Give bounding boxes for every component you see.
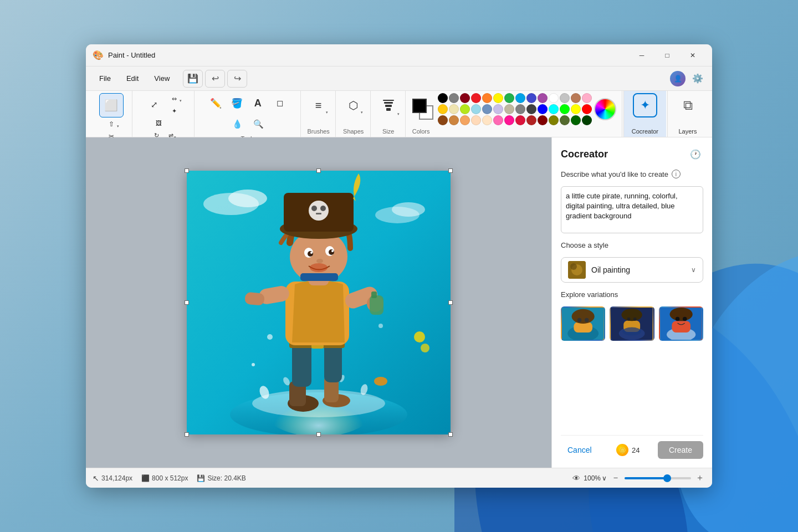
color-swatch[interactable] — [482, 93, 492, 103]
crop-button[interactable]: ⤢ — [144, 95, 164, 115]
layers-toolbar-button[interactable]: ⧉ Layers — [667, 91, 708, 137]
text-button[interactable]: A — [248, 93, 268, 113]
color-swatch[interactable] — [571, 93, 581, 103]
color-swatch[interactable] — [438, 104, 448, 114]
color-swatch[interactable] — [460, 104, 470, 114]
redo-button[interactable]: ↪ — [227, 70, 247, 88]
color-swatch[interactable] — [471, 104, 481, 114]
handle-bottom-left[interactable] — [185, 432, 189, 437]
color-swatch[interactable] — [515, 104, 525, 114]
foreground-color-box[interactable] — [412, 99, 427, 113]
zoom-in-button[interactable]: ＋ — [694, 473, 705, 484]
color-swatch[interactable] — [526, 115, 536, 125]
color-swatch[interactable] — [504, 115, 514, 125]
color-swatch[interactable] — [493, 93, 503, 103]
color-swatch[interactable] — [526, 104, 536, 114]
info-icon[interactable]: i — [672, 170, 681, 178]
close-button[interactable]: ✕ — [680, 47, 705, 64]
selection-tools: ⬜ ⇧▾ ✂ — [95, 93, 127, 142]
variation-1[interactable] — [561, 306, 605, 341]
color-swatch[interactable] — [471, 115, 481, 125]
undo-button[interactable]: ↩ — [205, 70, 225, 88]
color-swatch[interactable] — [438, 93, 448, 103]
color-swatch[interactable] — [571, 104, 581, 114]
color-swatch[interactable] — [560, 104, 570, 114]
eraser-button[interactable]: ◻ — [270, 93, 290, 113]
color-swatch[interactable] — [571, 115, 581, 125]
color-swatch[interactable] — [449, 104, 459, 114]
variation-3[interactable] — [659, 306, 703, 341]
style-selector[interactable]: Oil painting ∨ — [561, 257, 703, 283]
prompt-textarea[interactable]: a little cute pirate, running, colorful,… — [561, 186, 703, 233]
maximize-button[interactable]: □ — [654, 47, 680, 64]
color-swatch[interactable] — [549, 115, 559, 125]
fill-button[interactable]: 🪣 — [227, 93, 247, 113]
size-select-button[interactable]: ▾ — [376, 93, 401, 117]
color-swatch[interactable] — [549, 93, 559, 103]
handle-middle-left[interactable] — [185, 300, 189, 305]
color-swatch[interactable] — [460, 93, 470, 103]
resize-button[interactable]: ⇔▾ — [165, 93, 183, 104]
handle-top-left[interactable] — [185, 168, 189, 173]
color-swatch[interactable] — [515, 93, 525, 103]
save-button[interactable]: 💾 — [183, 70, 203, 88]
color-swatch[interactable] — [560, 115, 570, 125]
cancel-button[interactable]: Cancel — [561, 441, 598, 459]
color-swatch[interactable] — [538, 115, 548, 125]
color-swatch[interactable] — [504, 104, 514, 114]
handle-middle-right[interactable] — [448, 300, 453, 305]
zoom-percentage[interactable]: 100% ∨ — [584, 474, 607, 482]
settings-icon[interactable]: ⚙️ — [690, 71, 705, 86]
brush-select-button[interactable]: ≡▾ — [306, 93, 331, 117]
create-button[interactable]: Create — [658, 441, 703, 459]
color-swatch[interactable] — [549, 104, 559, 114]
file-menu[interactable]: File — [93, 71, 117, 85]
handle-bottom-middle[interactable] — [316, 432, 321, 437]
color-swatch[interactable] — [493, 104, 503, 114]
color-swatch[interactable] — [460, 115, 470, 125]
color-swatch[interactable] — [449, 93, 459, 103]
shapes-select-button[interactable]: ⬡▾ — [341, 93, 366, 117]
color-swatch[interactable] — [515, 115, 525, 125]
user-avatar[interactable]: 👤 — [670, 71, 686, 86]
svg-point-42 — [311, 206, 317, 211]
color-swatch[interactable] — [538, 93, 548, 103]
zoom-out-button[interactable]: － — [610, 473, 621, 484]
color-swatch[interactable] — [438, 115, 448, 125]
zoom-slider-thumb[interactable] — [663, 474, 671, 482]
view-menu[interactable]: View — [147, 71, 176, 85]
color-swatch[interactable] — [582, 93, 592, 103]
color-swatch[interactable] — [560, 93, 570, 103]
handle-bottom-right[interactable] — [448, 432, 453, 437]
zoom-slider[interactable] — [625, 477, 691, 479]
image-group: ⤢ ⇔▾ ✦ 🖼 ↻ ⇌▾ Image — [134, 91, 195, 137]
color-swatch[interactable] — [482, 104, 492, 114]
selection-group: ⬜ ⇧▾ ✂ Selection — [90, 91, 132, 137]
history-button[interactable]: 🕐 — [688, 146, 703, 162]
handle-top-right[interactable] — [448, 168, 453, 173]
minimize-button[interactable]: ─ — [629, 47, 654, 64]
color-swatch[interactable] — [493, 115, 503, 125]
edit-menu[interactable]: Edit — [120, 71, 145, 85]
pencil-button[interactable]: ✏️ — [206, 93, 226, 113]
color-swatch[interactable] — [471, 93, 481, 103]
color-swatch[interactable] — [526, 93, 536, 103]
selection-rect-button[interactable]: ⬜ — [99, 93, 124, 117]
color-pick-button[interactable]: 💧 — [227, 114, 247, 134]
color-swatch[interactable] — [582, 115, 592, 125]
zoom-tool-button[interactable]: 🔍 — [248, 114, 268, 134]
variation-2[interactable] — [610, 306, 654, 341]
color-swatch[interactable] — [504, 93, 514, 103]
cocreator-toolbar-button[interactable]: ✦ Cocreator — [623, 91, 666, 137]
image-adjust-button[interactable]: 🖼 — [150, 117, 167, 129]
color-swatch[interactable] — [449, 115, 459, 125]
color-swatch[interactable] — [582, 104, 592, 114]
handle-top-middle[interactable] — [316, 168, 321, 173]
svg-point-79 — [683, 317, 687, 321]
color-swatch[interactable] — [538, 104, 548, 114]
color-wheel-button[interactable] — [594, 98, 616, 120]
selection-options-button[interactable]: ⇧▾ — [103, 119, 120, 130]
magic-select-button[interactable]: ✦ — [165, 105, 183, 116]
color-swatch[interactable] — [482, 115, 492, 125]
canvas-area[interactable] — [86, 137, 551, 468]
